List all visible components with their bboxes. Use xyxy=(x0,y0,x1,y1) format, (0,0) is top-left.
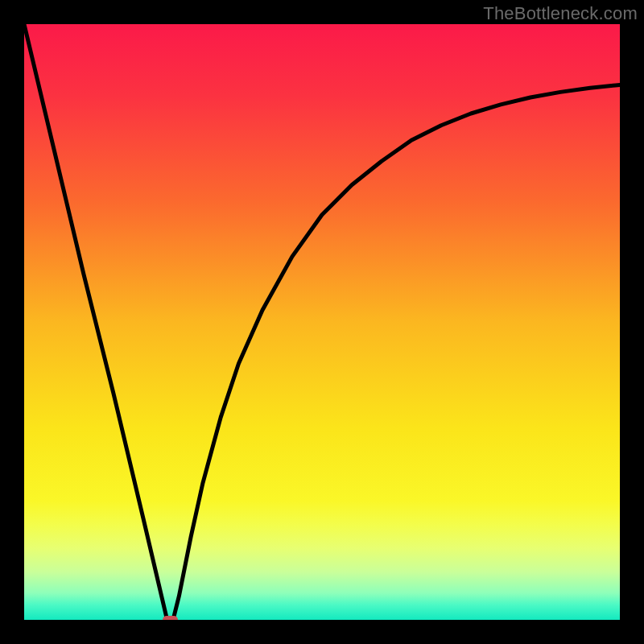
optimal-point-marker xyxy=(163,616,178,620)
bottleneck-curve xyxy=(24,24,620,620)
chart-frame: TheBottleneck.com xyxy=(0,0,644,644)
plot-area xyxy=(24,24,620,620)
watermark-text: TheBottleneck.com xyxy=(483,3,638,24)
